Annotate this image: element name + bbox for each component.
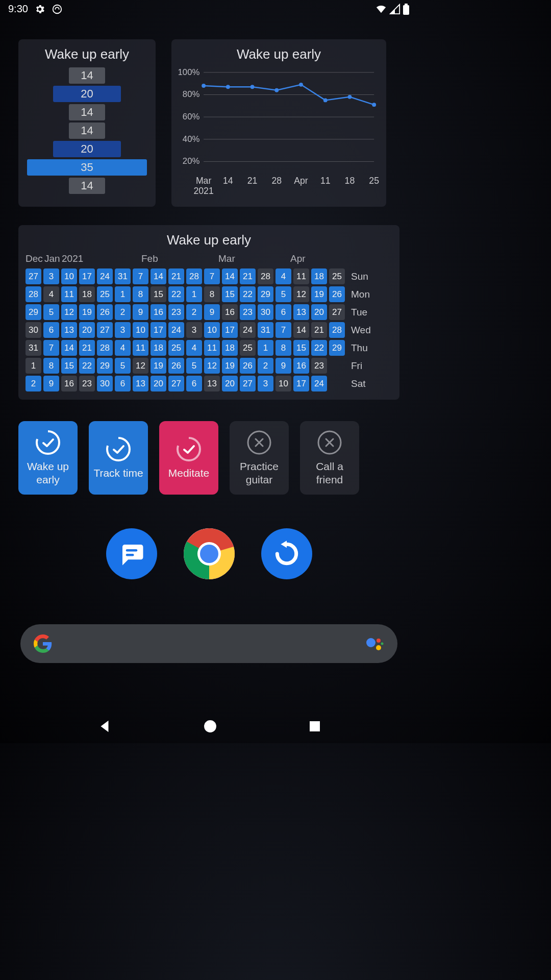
heatmap-cell: 14 [61,340,77,356]
heatmap-cell: 21 [168,268,184,284]
check-icon [105,436,132,462]
dow-label: Fri [351,358,371,374]
heatmap-cell: 4 [186,340,202,356]
heatmap-cell: 25 [329,268,345,284]
habit-label: Track time [93,467,143,480]
heatmap-cell: 15 [61,358,77,374]
heatmap-cell: 2 [115,304,131,320]
widget-score-chart[interactable]: Wake up early 20%40%60%80%100%Mar2021142… [171,39,386,207]
nav-home-icon[interactable] [204,720,217,733]
app-reboot[interactable] [261,528,312,579]
heatmap-cell: 2 [26,376,41,391]
widget-frequency-bars[interactable]: Wake up early 14201414203514 [18,39,156,207]
heatmap-cell: 17 [222,322,238,338]
habit-card[interactable]: Call a friend [300,421,359,495]
heatmap-cell: 27 [240,376,256,391]
heatmap-cell: 31 [115,268,131,284]
bar-row: 20 [26,141,148,157]
nav-recents-icon[interactable] [309,720,321,732]
heatmap-cell: 1 [115,286,131,302]
widget-calendar-heatmap[interactable]: Wake up early DecJan2021FebMarApr 272829… [18,225,399,400]
heatmap-cell: 15 [151,286,166,302]
bar-row: 35 [26,159,148,176]
app-chrome[interactable] [184,528,235,579]
heatmap-cell: 24 [240,322,256,338]
heatmap-cell: 26 [97,304,113,320]
heatmap-cell: 8 [276,340,291,356]
heatmap-cell: 25 [168,340,184,356]
widget-chart-title: Wake up early [179,46,379,62]
heatmap-column: 28123456 [186,268,202,391]
heatmap-cell: 23 [240,304,256,320]
heatmap-cell: 14 [222,268,238,284]
bar-row: 14 [26,104,148,120]
dow-label: Sat [351,376,371,391]
heatmap-cell: 30 [26,322,41,338]
heatmap-cell: 29 [97,358,113,374]
svg-point-17 [299,83,303,87]
heatmap-cell: 5 [276,286,291,302]
svg-text:40%: 40% [183,134,200,144]
heatmap-cell: 22 [240,286,256,302]
svg-text:80%: 80% [183,89,200,99]
month-label: Mar [218,253,235,264]
svg-text:Mar: Mar [196,176,212,186]
svg-point-16 [274,88,279,92]
month-label: 2021 [62,253,83,264]
heatmap-column: 78910111213 [133,268,148,391]
heatmap-cell: 19 [151,358,166,374]
svg-rect-45 [310,721,320,731]
month-label: Dec [26,253,43,264]
heatmap-cell: 11 [204,340,220,356]
heatmap-column: 45678910 [276,268,291,391]
heatmap-cell: 15 [222,286,238,302]
svg-point-42 [376,645,381,650]
svg-point-31 [107,438,130,460]
heatmap-column: 18192021222324 [311,268,327,391]
heatmap-column: 11121314151617 [293,268,309,391]
app-messages[interactable] [106,528,157,579]
heatmap-cell: 27 [26,268,41,284]
heatmap-cell: 19 [222,358,238,374]
svg-point-39 [200,545,218,563]
heatmap-cell: 17 [293,376,309,391]
svg-rect-2 [405,4,408,5]
heatmap-cell: 22 [311,340,327,356]
habit-card[interactable]: Wake up early [18,421,78,495]
heatmap-cell: 10 [133,322,148,338]
heatmap-cell: 9 [43,376,59,391]
heatmap-column: 17181920212223 [79,268,95,391]
heatmap-cell: 3 [43,268,59,284]
svg-point-20 [372,103,376,107]
svg-point-19 [348,95,352,99]
heatmap-cell: 31 [258,322,273,338]
habit-card[interactable]: Practice guitar [230,421,289,495]
heatmap-cell: 7 [204,268,220,284]
heatmap-cell: 29 [258,286,273,302]
wifi-icon [375,4,387,15]
heatmap-cell: 20 [79,322,95,338]
heatmap-cell: 5 [115,358,131,374]
heatmap-cell: 16 [222,304,238,320]
svg-text:18: 18 [345,176,355,186]
habit-card[interactable]: Track time [89,421,148,495]
heatmap-month-labels: DecJan2021FebMarApr [26,253,392,265]
heatmap-column: 272829303112 [26,268,41,391]
heatmap-cell: 3 [258,376,273,391]
assistant-icon[interactable] [364,633,384,654]
heatmap-cell: 11 [61,286,77,302]
heatmap-cell: 20 [151,376,166,391]
svg-text:11: 11 [320,176,331,186]
svg-text:28: 28 [271,176,282,186]
heatmap-cell: 7 [276,322,291,338]
heatmap-cell: 29 [26,304,41,320]
heatmap-column: 14151617181920 [151,268,166,391]
check-icon [35,429,61,456]
google-search-bar[interactable] [20,624,397,663]
heatmap-cell: 7 [133,268,148,284]
heatmap-cell: 28 [97,340,113,356]
habit-card[interactable]: Meditate [159,421,218,495]
heatmap-cell: 28 [258,268,273,284]
dow-label: Tue [351,304,371,320]
nav-back-icon[interactable] [97,719,112,734]
